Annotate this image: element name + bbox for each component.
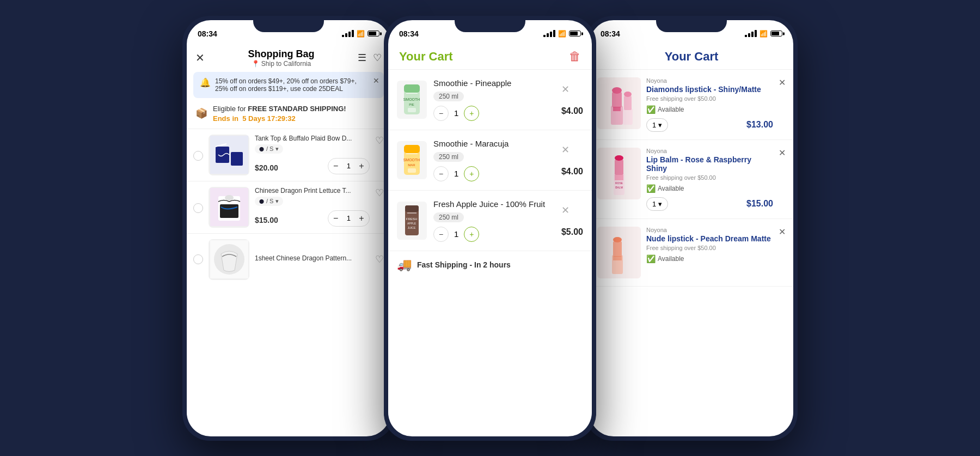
close-icon-1[interactable]: ✕ [195, 51, 205, 64]
item2-price-2: $4.00 [561, 167, 583, 177]
phone3-header: Your Cart [590, 44, 793, 70]
svg-rect-42 [613, 241, 622, 257]
qty-increase-2[interactable]: + [354, 211, 369, 226]
phone-notch-3 [656, 16, 727, 32]
item2-name-3: Fresh Apple Juice - 100% Fruit [433, 199, 555, 209]
battery-icon-1 [367, 31, 379, 37]
product-image3-1 [597, 77, 641, 129]
close-x2-1[interactable]: ✕ [561, 83, 569, 95]
svg-rect-2 [231, 152, 243, 166]
item-radio-1[interactable] [193, 151, 203, 161]
item-variant-1[interactable]: ⬤ / S ▾ [255, 144, 283, 154]
item2-info-2: Smoothie - Maracuja 250 ml − 1 + [433, 139, 555, 181]
item-radio-2[interactable] [193, 203, 203, 213]
time-1: 08:34 [198, 29, 217, 38]
battery-icon-2 [569, 31, 581, 37]
item-price-2: $15.00 [255, 216, 278, 224]
cart-item-1: Tank Top & Buffalo Plaid Bow D... ⬤ / S … [187, 129, 390, 181]
svg-point-37 [615, 155, 623, 161]
time-3: 08:34 [601, 29, 620, 38]
promo-close-btn[interactable]: ✕ [373, 76, 379, 85]
item-details-3: 1sheet Chinese Dragon Pattern... [255, 254, 370, 264]
item-heart-3[interactable]: ♡ [375, 253, 384, 265]
lipstick-svg-1 [600, 78, 638, 127]
status-icons-3: 📶 [745, 30, 782, 38]
svg-text:PIE: PIE [409, 103, 414, 106]
cart-item-3: 1sheet Chinese Dragon Pattern... ♡ [187, 233, 390, 285]
signal-icon-1 [342, 30, 354, 37]
item2-qty-row-1: − 1 + [433, 106, 555, 121]
qty-value-1: 1 [344, 162, 354, 170]
item-details-2: Chinese Dragon Print Lettuce T... ⬤ / S … [255, 187, 370, 227]
qty-decrease2-3[interactable]: − [433, 227, 449, 242]
close-x3-3[interactable]: ✕ [779, 227, 786, 237]
qty-increase2-1[interactable]: + [464, 106, 479, 121]
ship-icon: 📦 [195, 107, 207, 119]
close-x3-1[interactable]: ✕ [779, 77, 786, 88]
qty-increase-1[interactable]: + [354, 159, 369, 174]
qty-decrease2-1[interactable]: − [433, 106, 449, 121]
phone-1-screen: 08:34 📶 ✕ Shop [187, 20, 390, 436]
cart-item2-2: SMOOTH MAR Smoothie - Maracuja 250 ml − … [388, 130, 592, 191]
heart-icon-1[interactable]: ♡ [373, 52, 382, 64]
product-image3-2: ROSE BALM [597, 148, 641, 199]
promo-speaker-icon: 🔔 [200, 77, 211, 88]
svg-text:ROSE: ROSE [615, 181, 623, 185]
cart-title-2: Your Cart [399, 50, 453, 64]
item-name-3: 1sheet Chinese Dragon Pattern... [255, 254, 370, 262]
cart-item3-1: Noyona Diamonds lipstick - Shiny/Matte F… [590, 70, 793, 140]
svg-rect-38 [615, 175, 623, 180]
item-radio-3[interactable] [193, 254, 203, 264]
item3-price-2: $15.00 [746, 199, 773, 209]
item2-price-col-1: ✕ $4.00 [561, 83, 583, 116]
qty-increase2-3[interactable]: + [464, 227, 479, 242]
svg-rect-21 [408, 168, 416, 173]
qty-decrease-1[interactable]: − [328, 159, 344, 174]
item-heart-2[interactable]: ♡ [375, 187, 384, 199]
available-check-1: ✅ [646, 105, 656, 114]
svg-text:SMOOTH: SMOOTH [403, 158, 420, 162]
qty-controls-1: − 1 + [328, 158, 370, 174]
list-icon-1[interactable]: ☰ [358, 52, 366, 64]
trash-icon-2[interactable]: 🗑 [569, 50, 581, 64]
item3-available-2: ✅ Available [646, 184, 773, 193]
item2-volume-1: 250 ml [433, 92, 464, 101]
qty-select-2[interactable]: 1 ▾ [646, 197, 668, 211]
item-image-3 [209, 239, 249, 280]
header-actions-1: ☰ ♡ [358, 52, 382, 64]
svg-rect-23 [405, 205, 419, 212]
item2-name-2: Smoothie - Maracuja [433, 139, 555, 148]
available-check-2: ✅ [646, 184, 656, 193]
qty-decrease-2[interactable]: − [328, 211, 344, 226]
cart-item3-3: Noyona Nude lipstick - Peach Dream Matte… [590, 219, 793, 287]
close-x2-3[interactable]: ✕ [561, 204, 569, 216]
phone-1: 08:34 📶 ✕ Shop [182, 16, 395, 441]
smoothie-svg-1: SMOOTH PIE [400, 82, 424, 117]
qty-select-1[interactable]: 1 ▾ [646, 118, 668, 132]
item3-available-1: ✅ Available [646, 105, 773, 114]
qty-increase2-2[interactable]: + [464, 166, 479, 181]
item3-name-1: Diamonds lipstick - Shiny/Matte [646, 85, 773, 94]
item-heart-1[interactable]: ♡ [375, 135, 384, 147]
juice-svg-3: FRESH APPLE JUICE [400, 203, 424, 238]
close-x3-2[interactable]: ✕ [779, 148, 786, 158]
item3-info-1: Noyona Diamonds lipstick - Shiny/Matte F… [646, 77, 773, 132]
battery-icon-3 [770, 31, 782, 37]
time-2: 08:34 [399, 29, 419, 38]
lipstick-svg-3 [600, 228, 638, 277]
qty-decrease2-2[interactable]: − [433, 166, 449, 181]
cart-title-3: Your Cart [601, 50, 782, 64]
shipping-text: Eligible for FREE STANDARD SHIPPING! End… [213, 104, 346, 123]
item3-brand-1: Noyona [646, 77, 773, 84]
promo-banner-1: 🔔 15% off on orders $49+, 20% off on ord… [193, 72, 384, 98]
item2-volume-3: 250 ml [433, 212, 464, 222]
item-variant-2[interactable]: ⬤ / S ▾ [255, 197, 283, 206]
phone-notch-2 [455, 16, 525, 32]
svg-point-43 [613, 237, 622, 242]
close-x2-2[interactable]: ✕ [561, 144, 569, 156]
lipbalm-svg-2: ROSE BALM [600, 149, 638, 198]
status-icons-2: 📶 [543, 30, 581, 38]
item3-name-3: Nude lipstick - Peach Dream Matte [646, 234, 773, 243]
svg-point-30 [612, 87, 622, 94]
promo-text: 15% off on orders $49+, 20% off on order… [215, 77, 377, 93]
